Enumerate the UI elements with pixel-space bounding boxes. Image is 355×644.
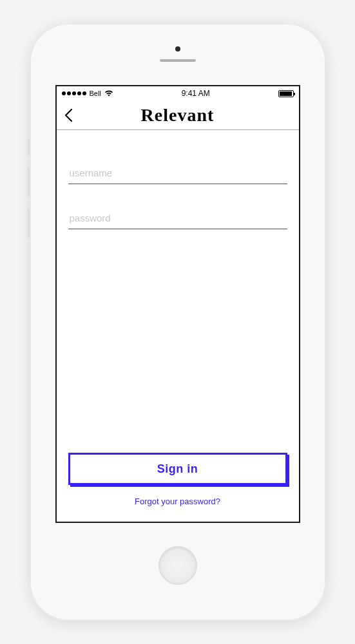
signin-button[interactable]: Sign in	[68, 453, 287, 485]
battery-icon	[278, 90, 294, 97]
phone-frame: Bell 9:41 AM Relevant	[30, 23, 326, 621]
password-input[interactable]	[68, 207, 287, 229]
app-title: Relevant	[57, 105, 299, 126]
screen: Bell 9:41 AM Relevant	[55, 85, 300, 523]
nav-bar: Relevant	[57, 100, 299, 130]
side-buttons	[28, 139, 30, 250]
signal-icon	[62, 91, 86, 95]
speaker-icon	[160, 59, 196, 62]
wifi-icon	[104, 90, 113, 97]
form-actions: Sign in Forgot your password?	[68, 453, 287, 522]
chevron-left-icon	[63, 108, 75, 122]
device-top	[30, 23, 326, 85]
home-button[interactable]	[158, 546, 197, 585]
signin-form: Sign in Forgot your password?	[57, 130, 299, 522]
username-input[interactable]	[68, 162, 287, 184]
status-time: 9:41 AM	[182, 89, 210, 98]
forgot-password-link[interactable]: Forgot your password?	[135, 497, 220, 506]
status-bar: Bell 9:41 AM	[57, 86, 299, 100]
status-left: Bell	[62, 90, 113, 97]
camera-icon	[175, 46, 180, 52]
back-button[interactable]	[63, 108, 75, 122]
carrier-label: Bell	[90, 90, 101, 97]
status-right	[278, 90, 294, 97]
